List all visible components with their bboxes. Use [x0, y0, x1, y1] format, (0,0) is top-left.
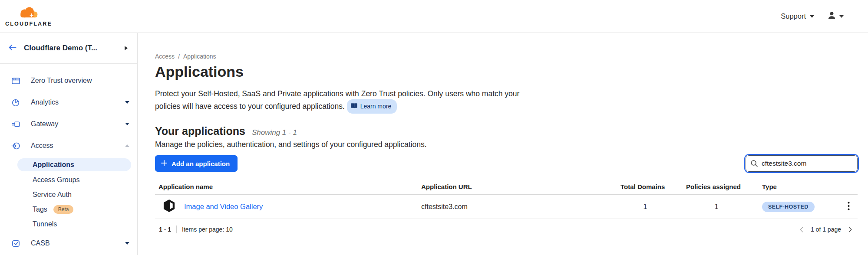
- page-description: Protect your Self-Hosted, SaaS and Priva…: [155, 88, 524, 114]
- add-application-label: Add an application: [172, 160, 230, 167]
- pagination: 1 - 1 Items per page: 10 1 of 1 page: [155, 219, 858, 240]
- column-type: Type: [762, 183, 838, 190]
- pagination-right: 1 of 1 page: [798, 226, 854, 234]
- sidebar-item-tunnels[interactable]: Tunnels: [0, 217, 137, 232]
- page-title: Applications: [155, 63, 858, 80]
- sidebar-nav: Zero Trust overview Analytics: [0, 64, 137, 254]
- sidebar-item-zero-trust-overview[interactable]: Zero Trust overview: [0, 70, 137, 92]
- column-application-name: Application name: [155, 183, 421, 190]
- cloudflare-zero-trust-app: CLOUDFLARE Support: [0, 0, 868, 255]
- sidebar-item-analytics[interactable]: Analytics: [0, 92, 137, 113]
- page-description-text: Protect your Self-Hosted, SaaS and Priva…: [155, 89, 519, 111]
- cloudflare-logo[interactable]: CLOUDFLARE: [6, 6, 51, 27]
- sidebar-subitem-label: Access Groups: [33, 176, 79, 184]
- learn-more-button[interactable]: Learn more: [347, 99, 397, 114]
- applications-table: Application name Application URL Total D…: [155, 183, 858, 240]
- sidebar-item-label: Gateway: [31, 120, 125, 128]
- chevron-down-icon: [839, 15, 844, 18]
- user-menu[interactable]: [827, 11, 844, 22]
- sidebar-item-casb[interactable]: CASB: [0, 232, 137, 254]
- application-url-cell: cftestsite3.com: [421, 203, 619, 211]
- sidebar-item-access[interactable]: Access: [0, 135, 137, 157]
- support-label: Support: [781, 12, 806, 20]
- cloudflare-cloud-icon: [17, 6, 41, 22]
- breadcrumb-access[interactable]: Access: [155, 53, 175, 60]
- pagination-range: 1 - 1: [159, 226, 171, 233]
- row-actions-kebab-icon[interactable]: [845, 200, 852, 213]
- column-application-url: Application URL: [421, 183, 619, 190]
- application-search: [746, 155, 858, 172]
- expand-arrow-icon[interactable]: [125, 46, 128, 50]
- overview-icon: [11, 76, 20, 85]
- sidebar: Cloudflare Demo (T... Zero Trust overvie…: [0, 33, 138, 255]
- sidebar-item-label: CASB: [31, 239, 125, 247]
- application-name-cell: Image and Video Gallery: [155, 199, 421, 214]
- gateway-icon: [11, 119, 20, 129]
- sidebar-item-label: Zero Trust overview: [31, 77, 129, 85]
- page-shell: Cloudflare Demo (T... Zero Trust overvie…: [0, 33, 868, 255]
- main-content: Access / Applications Applications Prote…: [138, 33, 868, 255]
- column-policies-assigned: Policies assigned: [686, 183, 747, 190]
- support-menu[interactable]: Support: [781, 12, 814, 20]
- pagination-page-label: 1 of 1 page: [811, 226, 841, 233]
- back-arrow-icon[interactable]: [8, 43, 17, 54]
- search-input[interactable]: [746, 156, 857, 171]
- access-submenu: Applications Access Groups Service Auth …: [0, 158, 137, 232]
- sidebar-item-tags[interactable]: Tags Beta: [0, 202, 137, 217]
- items-per-page[interactable]: Items per page: 10: [182, 226, 233, 233]
- column-total-domains: Total Domains: [619, 183, 672, 190]
- sidebar-subitem-label: Applications: [33, 161, 74, 169]
- chevron-up-icon: [125, 144, 129, 147]
- sidebar-item-label: Access: [31, 142, 125, 150]
- actions-cell: [838, 200, 858, 213]
- pagination-left: 1 - 1 Items per page: 10: [159, 226, 233, 233]
- chevron-down-icon: [125, 242, 129, 245]
- sidebar-subitem-label: Tags: [33, 206, 47, 213]
- beta-badge: Beta: [53, 205, 74, 214]
- section-title: Your applications: [155, 125, 245, 137]
- chevron-right-icon[interactable]: [846, 226, 854, 234]
- access-icon: [11, 141, 20, 150]
- table-header-row: Application name Application URL Total D…: [155, 183, 858, 195]
- applications-toolbar: Add an application: [155, 155, 858, 172]
- plus-icon: [161, 160, 167, 167]
- application-link[interactable]: Image and Video Gallery: [184, 203, 263, 211]
- total-domains-cell: 1: [619, 203, 672, 211]
- sidebar-item-service-auth[interactable]: Service Auth: [0, 187, 137, 202]
- breadcrumb: Access / Applications: [155, 53, 858, 60]
- section-header: Your applications Showing 1 - 1: [155, 125, 858, 137]
- account-switcher: Cloudflare Demo (T...: [0, 33, 137, 64]
- sidebar-item-applications[interactable]: Applications: [17, 158, 131, 171]
- breadcrumb-separator: /: [178, 53, 180, 60]
- topbar-right: Support: [781, 11, 844, 22]
- pagination-divider: [176, 226, 177, 233]
- app-cube-icon: [163, 199, 175, 214]
- sidebar-subitem-label: Service Auth: [33, 191, 72, 199]
- add-application-button[interactable]: Add an application: [155, 155, 238, 172]
- showing-count: Showing 1 - 1: [252, 128, 297, 137]
- analytics-icon: [11, 98, 20, 107]
- section-subtext: Manage the policies, authentication, and…: [155, 140, 858, 149]
- type-badge: SELF-HOSTED: [762, 202, 815, 212]
- user-icon: [827, 11, 836, 22]
- topbar: CLOUDFLARE Support: [0, 0, 868, 33]
- breadcrumb-applications: Applications: [183, 53, 216, 60]
- cloudflare-wordmark: CLOUDFLARE: [5, 21, 52, 27]
- chevron-down-icon: [125, 101, 129, 104]
- book-icon: [351, 101, 357, 112]
- type-cell: SELF-HOSTED: [762, 202, 838, 212]
- chevron-down-icon: [125, 123, 129, 125]
- sidebar-item-access-groups[interactable]: Access Groups: [0, 173, 137, 187]
- policies-assigned-cell: 1: [686, 203, 747, 211]
- sidebar-item-gateway[interactable]: Gateway: [0, 113, 137, 135]
- chevron-down-icon: [810, 15, 814, 18]
- casb-icon: [11, 239, 20, 248]
- learn-more-label: Learn more: [360, 101, 392, 112]
- account-name[interactable]: Cloudflare Demo (T...: [24, 44, 125, 52]
- sidebar-item-label: Analytics: [31, 98, 125, 106]
- chevron-left-icon[interactable]: [798, 226, 806, 234]
- sidebar-subitem-label: Tunnels: [33, 220, 57, 228]
- table-row: Image and Video Gallery cftestsite3.com …: [155, 195, 858, 219]
